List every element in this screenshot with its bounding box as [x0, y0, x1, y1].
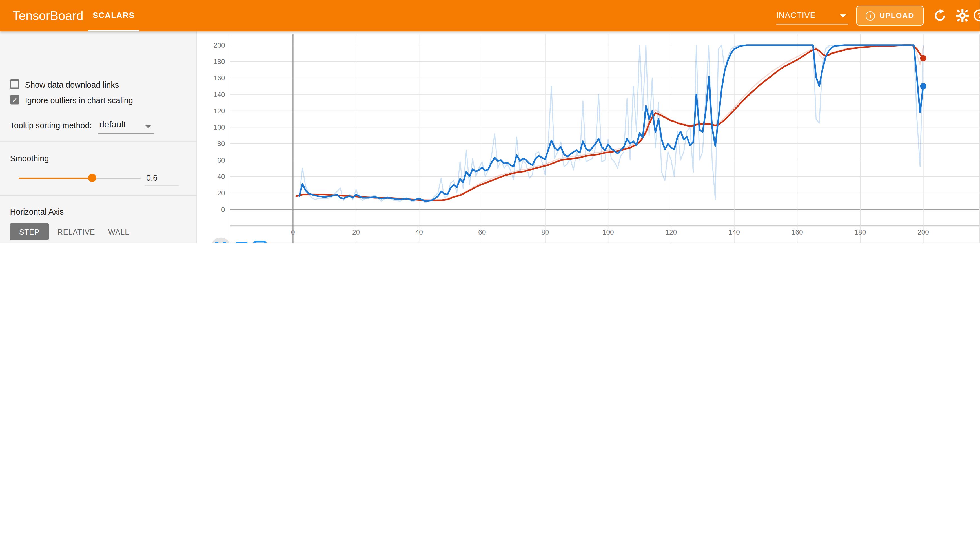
svg-text:120: 120 — [665, 228, 677, 236]
svg-text:100: 100 — [213, 123, 225, 131]
caret-down-icon[interactable] — [840, 14, 846, 18]
svg-text:20: 20 — [217, 189, 225, 197]
smoothing-value[interactable]: 0.6 — [146, 173, 158, 182]
app-title: TensorBoard — [13, 0, 83, 31]
tooltip-sorting-label: Tooltip sorting method: — [10, 121, 92, 130]
refresh-icon[interactable] — [933, 9, 947, 22]
sidebar: Show data download links ✓ Ignore outlie… — [0, 31, 197, 243]
svg-text:100: 100 — [603, 228, 614, 236]
show-download-links-checkbox[interactable] — [10, 80, 19, 89]
svg-text:140: 140 — [213, 91, 225, 98]
svg-text:180: 180 — [213, 58, 225, 65]
smoothing-slider-thumb[interactable] — [88, 174, 96, 182]
svg-text:200: 200 — [213, 41, 225, 49]
upload-button[interactable]: i UPLOAD — [856, 6, 924, 26]
svg-text:0: 0 — [291, 228, 295, 236]
gear-icon[interactable] — [956, 9, 969, 22]
smoothing-slider-fill — [19, 178, 92, 179]
info-icon: i — [866, 11, 875, 20]
tab-scalars[interactable]: SCALARS — [88, 0, 140, 31]
svg-text:140: 140 — [729, 228, 740, 236]
header-bar: TensorBoard SCALARS INACTIVE i UPLOAD — [0, 0, 980, 31]
smoothing-slider-track[interactable] — [19, 178, 141, 179]
status-dropdown-value[interactable]: INACTIVE — [776, 11, 816, 20]
axis-step-button[interactable]: STEP — [10, 223, 49, 240]
svg-text:40: 40 — [415, 228, 423, 236]
svg-text:120: 120 — [213, 107, 225, 115]
axis-relative-button[interactable]: RELATIVE — [54, 223, 99, 240]
divider — [0, 141, 197, 142]
ignore-outliers-label: Ignore outliers in chart scaling — [25, 96, 133, 105]
rewards-chart[interactable]: 0204060801001201401601802000204060801001… — [197, 31, 980, 243]
show-download-links-label: Show data download links — [25, 80, 119, 89]
svg-text:180: 180 — [854, 228, 866, 236]
log-scale-button[interactable] — [235, 242, 247, 243]
svg-text:20: 20 — [352, 228, 360, 236]
help-icon[interactable]: ? — [974, 9, 980, 21]
svg-text:160: 160 — [792, 228, 803, 236]
tensorboard-app: TensorBoard SCALARS INACTIVE i UPLOAD — [0, 0, 980, 243]
svg-text:80: 80 — [541, 228, 549, 236]
svg-text:60: 60 — [478, 228, 486, 236]
upload-button-label: UPLOAD — [880, 11, 914, 20]
svg-text:0: 0 — [221, 206, 225, 214]
smoothing-value-underline — [145, 186, 180, 187]
svg-text:40: 40 — [217, 173, 225, 180]
svg-text:80: 80 — [217, 140, 225, 147]
expand-chart-button[interactable] — [215, 242, 226, 243]
divider — [0, 195, 197, 196]
svg-text:160: 160 — [213, 74, 225, 82]
caret-down-icon[interactable] — [145, 125, 151, 128]
svg-text:200: 200 — [918, 228, 929, 236]
tooltip-sorting-select[interactable]: default — [99, 120, 126, 129]
axis-wall-button[interactable]: WALL — [104, 223, 134, 240]
fit-domain-button[interactable] — [253, 241, 267, 243]
horizontal-axis-label: Horizontal Axis — [10, 207, 64, 216]
check-icon: ✓ — [11, 96, 18, 104]
svg-text:60: 60 — [217, 156, 225, 164]
tooltip-select-underline — [98, 133, 154, 134]
status-dropdown-underline — [776, 24, 848, 24]
smoothing-label: Smoothing — [10, 154, 49, 163]
main-content: 0204060801001201401601802000204060801001… — [197, 31, 980, 243]
tab-active-underline — [88, 30, 140, 31]
ignore-outliers-checkbox[interactable]: ✓ — [10, 95, 19, 104]
